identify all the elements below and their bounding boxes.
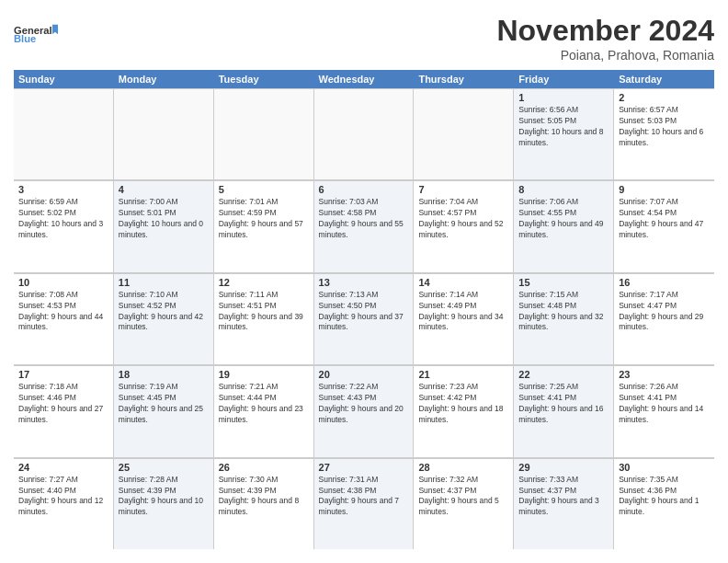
calendar-cell: 13Sunrise: 7:13 AM Sunset: 4:50 PM Dayli… — [314, 274, 415, 364]
day-number: 18 — [119, 369, 209, 380]
calendar-cell: 15Sunrise: 7:15 AM Sunset: 4:48 PM Dayli… — [514, 274, 614, 364]
cell-info: Sunrise: 7:03 AM Sunset: 4:58 PM Dayligh… — [319, 197, 409, 241]
cell-info: Sunrise: 6:59 AM Sunset: 5:02 PM Dayligh… — [18, 197, 108, 241]
calendar-cell — [314, 89, 415, 179]
calendar-row: 3Sunrise: 6:59 AM Sunset: 5:02 PM Daylig… — [14, 180, 714, 272]
day-number: 3 — [18, 184, 108, 195]
cell-info: Sunrise: 7:26 AM Sunset: 4:41 PM Dayligh… — [619, 382, 710, 426]
cell-info: Sunrise: 7:27 AM Sunset: 4:40 PM Dayligh… — [18, 475, 108, 519]
day-number: 24 — [18, 462, 108, 473]
calendar-body: 1Sunrise: 6:56 AM Sunset: 5:05 PM Daylig… — [14, 88, 714, 549]
logo-svg: General Blue — [14, 14, 58, 54]
calendar-cell: 8Sunrise: 7:06 AM Sunset: 4:55 PM Daylig… — [514, 181, 614, 271]
day-number: 11 — [119, 277, 209, 288]
calendar-cell: 28Sunrise: 7:32 AM Sunset: 4:37 PM Dayli… — [414, 459, 514, 549]
cell-info: Sunrise: 7:19 AM Sunset: 4:45 PM Dayligh… — [119, 382, 209, 426]
cell-info: Sunrise: 7:33 AM Sunset: 4:37 PM Dayligh… — [518, 475, 609, 519]
cell-info: Sunrise: 7:13 AM Sunset: 4:50 PM Dayligh… — [319, 290, 409, 334]
day-number: 6 — [319, 184, 409, 195]
day-number: 4 — [119, 184, 209, 195]
calendar-cell: 29Sunrise: 7:33 AM Sunset: 4:37 PM Dayli… — [514, 459, 614, 549]
calendar-row: 1Sunrise: 6:56 AM Sunset: 5:05 PM Daylig… — [14, 88, 714, 180]
header-wednesday: Wednesday — [314, 70, 415, 88]
day-number: 19 — [219, 369, 309, 380]
cell-info: Sunrise: 7:06 AM Sunset: 4:55 PM Dayligh… — [518, 197, 609, 241]
day-number: 26 — [219, 462, 309, 473]
cell-info: Sunrise: 7:28 AM Sunset: 4:39 PM Dayligh… — [119, 475, 209, 519]
cell-info: Sunrise: 7:04 AM Sunset: 4:57 PM Dayligh… — [418, 197, 508, 241]
calendar-cell: 11Sunrise: 7:10 AM Sunset: 4:52 PM Dayli… — [114, 274, 214, 364]
calendar-cell: 12Sunrise: 7:11 AM Sunset: 4:51 PM Dayli… — [214, 274, 314, 364]
day-number: 27 — [319, 462, 409, 473]
day-number: 30 — [619, 462, 710, 473]
day-number: 17 — [18, 369, 108, 380]
calendar-cell: 21Sunrise: 7:23 AM Sunset: 4:42 PM Dayli… — [414, 366, 514, 456]
day-number: 8 — [518, 184, 609, 195]
calendar-cell — [214, 89, 314, 179]
day-number: 16 — [619, 277, 710, 288]
cell-info: Sunrise: 7:14 AM Sunset: 4:49 PM Dayligh… — [418, 290, 508, 334]
calendar-cell: 10Sunrise: 7:08 AM Sunset: 4:53 PM Dayli… — [14, 274, 114, 364]
logo: General Blue — [14, 14, 58, 54]
calendar-cell — [14, 89, 114, 179]
header-tuesday: Tuesday — [214, 70, 314, 88]
svg-marker-2 — [52, 25, 58, 34]
calendar-cell: 14Sunrise: 7:14 AM Sunset: 4:49 PM Dayli… — [414, 274, 514, 364]
cell-info: Sunrise: 7:31 AM Sunset: 4:38 PM Dayligh… — [319, 475, 409, 519]
calendar-cell: 30Sunrise: 7:35 AM Sunset: 4:36 PM Dayli… — [614, 459, 714, 549]
calendar-cell: 20Sunrise: 7:22 AM Sunset: 4:43 PM Dayli… — [314, 366, 415, 456]
cell-info: Sunrise: 7:00 AM Sunset: 5:01 PM Dayligh… — [119, 197, 209, 241]
month-title: November 2024 — [496, 14, 714, 48]
calendar-cell: 25Sunrise: 7:28 AM Sunset: 4:39 PM Dayli… — [114, 459, 214, 549]
location: Poiana, Prahova, Romania — [496, 48, 714, 63]
calendar: Sunday Monday Tuesday Wednesday Thursday… — [14, 70, 714, 549]
title-section: November 2024 Poiana, Prahova, Romania — [496, 14, 714, 63]
cell-info: Sunrise: 7:01 AM Sunset: 4:59 PM Dayligh… — [219, 197, 309, 241]
day-number: 25 — [119, 462, 209, 473]
cell-info: Sunrise: 7:21 AM Sunset: 4:44 PM Dayligh… — [219, 382, 309, 426]
day-number: 1 — [518, 92, 609, 103]
cell-info: Sunrise: 7:32 AM Sunset: 4:37 PM Dayligh… — [418, 475, 508, 519]
day-number: 2 — [619, 92, 710, 103]
calendar-cell: 7Sunrise: 7:04 AM Sunset: 4:57 PM Daylig… — [414, 181, 514, 271]
day-number: 14 — [418, 277, 508, 288]
day-number: 22 — [518, 369, 609, 380]
cell-info: Sunrise: 7:17 AM Sunset: 4:47 PM Dayligh… — [619, 290, 710, 334]
cell-info: Sunrise: 7:25 AM Sunset: 4:41 PM Dayligh… — [518, 382, 609, 426]
cell-info: Sunrise: 7:23 AM Sunset: 4:42 PM Dayligh… — [418, 382, 508, 426]
cell-info: Sunrise: 7:10 AM Sunset: 4:52 PM Dayligh… — [119, 290, 209, 334]
cell-info: Sunrise: 7:22 AM Sunset: 4:43 PM Dayligh… — [319, 382, 409, 426]
header-sunday: Sunday — [14, 70, 114, 88]
cell-info: Sunrise: 7:08 AM Sunset: 4:53 PM Dayligh… — [18, 290, 108, 334]
header-saturday: Saturday — [614, 70, 714, 88]
cell-info: Sunrise: 7:18 AM Sunset: 4:46 PM Dayligh… — [18, 382, 108, 426]
calendar-cell: 17Sunrise: 7:18 AM Sunset: 4:46 PM Dayli… — [14, 366, 114, 456]
header-friday: Friday — [514, 70, 614, 88]
calendar-cell — [114, 89, 214, 179]
calendar-cell: 1Sunrise: 6:56 AM Sunset: 5:05 PM Daylig… — [514, 89, 614, 179]
day-number: 28 — [418, 462, 508, 473]
day-number: 15 — [518, 277, 609, 288]
calendar-cell: 2Sunrise: 6:57 AM Sunset: 5:03 PM Daylig… — [614, 89, 714, 179]
calendar-cell: 9Sunrise: 7:07 AM Sunset: 4:54 PM Daylig… — [614, 181, 714, 271]
day-number: 9 — [619, 184, 710, 195]
calendar-cell: 23Sunrise: 7:26 AM Sunset: 4:41 PM Dayli… — [614, 366, 714, 456]
header-monday: Monday — [114, 70, 214, 88]
cell-info: Sunrise: 7:35 AM Sunset: 4:36 PM Dayligh… — [619, 475, 710, 519]
calendar-row: 17Sunrise: 7:18 AM Sunset: 4:46 PM Dayli… — [14, 365, 714, 457]
calendar-cell: 19Sunrise: 7:21 AM Sunset: 4:44 PM Dayli… — [214, 366, 314, 456]
calendar-cell: 22Sunrise: 7:25 AM Sunset: 4:41 PM Dayli… — [514, 366, 614, 456]
cell-info: Sunrise: 6:56 AM Sunset: 5:05 PM Dayligh… — [518, 105, 609, 149]
calendar-cell — [414, 89, 514, 179]
day-number: 21 — [418, 369, 508, 380]
calendar-cell: 24Sunrise: 7:27 AM Sunset: 4:40 PM Dayli… — [14, 459, 114, 549]
day-number: 13 — [319, 277, 409, 288]
calendar-cell: 4Sunrise: 7:00 AM Sunset: 5:01 PM Daylig… — [114, 181, 214, 271]
calendar-cell: 18Sunrise: 7:19 AM Sunset: 4:45 PM Dayli… — [114, 366, 214, 456]
day-number: 7 — [418, 184, 508, 195]
cell-info: Sunrise: 6:57 AM Sunset: 5:03 PM Dayligh… — [619, 105, 710, 149]
calendar-header: Sunday Monday Tuesday Wednesday Thursday… — [14, 70, 714, 88]
day-number: 5 — [219, 184, 309, 195]
calendar-row: 24Sunrise: 7:27 AM Sunset: 4:40 PM Dayli… — [14, 458, 714, 549]
calendar-cell: 5Sunrise: 7:01 AM Sunset: 4:59 PM Daylig… — [214, 181, 314, 271]
